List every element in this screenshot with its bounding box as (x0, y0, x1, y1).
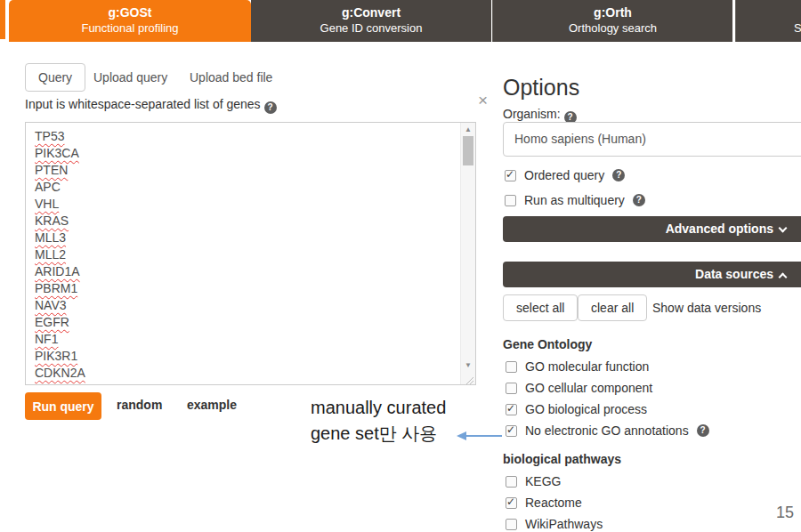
gene-line: ARID1A (35, 263, 80, 280)
checkbox-label: No electronic GO annotations (525, 423, 689, 438)
gene-input-label: Input is whitespace-separated list of ge… (25, 97, 277, 114)
tab-subtitle: Orthology search (493, 20, 732, 36)
close-icon[interactable]: × (478, 92, 488, 109)
checkbox-label: GO biological process (525, 402, 647, 416)
tab-gorth[interactable]: g:Orth Orthology search (492, 0, 732, 42)
help-icon[interactable]: ? (633, 194, 645, 206)
example-link[interactable]: example (187, 398, 237, 412)
gene-line: MLL3 (35, 230, 66, 246)
checkbox-row: ✓WikiPathways (506, 517, 603, 531)
gene-line: NAV3 (35, 297, 67, 314)
gene-line: PIK3CA (35, 145, 79, 162)
check-icon: ✓ (506, 168, 514, 181)
scroll-down-icon[interactable]: ▼ (461, 359, 475, 372)
gene-line: CDKN2A (35, 365, 85, 382)
checkbox-label: Reactome (525, 496, 582, 510)
check-icon: ✓ (506, 402, 515, 415)
gene-line: NF1 (35, 331, 58, 348)
tab-subtitle: Functional profiling (9, 20, 251, 36)
checkbox-row: ✓GO biological process (506, 402, 647, 416)
tab-partial-text: S (736, 20, 801, 36)
run-query-button[interactable]: Run query (25, 392, 101, 420)
organism-select[interactable]: Homo sapiens (Human) (503, 122, 801, 157)
scrollbar-thumb[interactable] (463, 136, 473, 165)
checkbox-row: ✓No electronic GO annotations? (506, 423, 709, 438)
annotation-note: manually curated gene set만 사용 (311, 395, 446, 447)
checkbox-row: ✓Run as multiquery? (505, 193, 645, 207)
gprofiler-page: { "colors":{"accent_orange":"#f5790f","t… (0, 0, 801, 532)
checkbox[interactable]: ✓ (506, 383, 517, 394)
gene-list-textarea[interactable]: TP53PIK3CAPTENAPCVHLKRASMLL3MLL2ARID1APB… (25, 122, 476, 385)
checkbox-row: ✓KEGG (506, 474, 561, 488)
tab-subtitle: Gene ID conversion (251, 20, 491, 36)
checkbox-label: Ordered query (524, 168, 604, 182)
scroll-up-icon[interactable]: ▲ (461, 124, 475, 136)
page-number: 15 (776, 504, 794, 522)
checkbox-label: Run as multiquery (524, 193, 625, 207)
checkbox[interactable]: ✓ (505, 170, 516, 181)
tab-query[interactable]: Query (25, 63, 85, 92)
checkbox[interactable]: ✓ (506, 476, 517, 488)
section-heading-gene-ontology: Gene Ontology (503, 337, 592, 351)
tab-ggost[interactable]: g:GOSt Functional profiling (9, 0, 251, 42)
help-icon[interactable]: ? (612, 169, 625, 181)
checkbox[interactable]: ✓ (506, 497, 517, 509)
tab-title: g:Orth (493, 5, 732, 20)
resize-grip-icon[interactable] (464, 373, 474, 383)
checkbox[interactable]: ✓ (506, 425, 517, 437)
checkbox-label: GO molecular function (525, 359, 649, 374)
gene-line: PIK3R1 (35, 348, 77, 365)
annotation-arrow-icon (456, 430, 504, 442)
chevron-up-icon (779, 273, 788, 282)
checkbox-row: ✓Reactome (506, 496, 582, 510)
random-link[interactable]: random (117, 398, 162, 412)
check-icon: ✓ (506, 423, 515, 436)
gene-list: TP53PIK3CAPTENAPCVHLKRASMLL3MLL2ARID1APB… (26, 123, 460, 384)
gene-line: VHL (35, 196, 59, 213)
checkbox[interactable]: ✓ (505, 195, 516, 206)
options-title: Options (503, 75, 579, 101)
checkbox-label: GO cellular component (525, 381, 652, 395)
checkbox[interactable]: ✓ (506, 361, 517, 373)
gene-line: PBRM1 (35, 280, 77, 297)
help-icon[interactable]: ? (264, 101, 277, 114)
help-icon[interactable]: ? (697, 424, 709, 437)
tab-upload-bed-file[interactable]: Upload bed file (190, 70, 272, 85)
previous-tab-edge[interactable] (0, 0, 5, 39)
tab-query-label: Query (38, 70, 72, 85)
checkbox[interactable]: ✓ (506, 404, 517, 415)
tab-upload-query[interactable]: Upload query (93, 70, 167, 85)
checkbox[interactable]: ✓ (506, 519, 517, 530)
chevron-down-icon (779, 224, 788, 233)
checkbox-label: WikiPathways (525, 517, 603, 531)
clear-all-button[interactable]: clear all (578, 294, 647, 321)
checkbox-row: ✓GO cellular component (506, 381, 652, 395)
gene-line: TP53 (35, 128, 64, 145)
checkbox-row: ✓Ordered query? (505, 168, 625, 182)
checkbox-label: KEGG (525, 474, 561, 488)
gene-line: PTEN (35, 162, 68, 179)
scrollbar[interactable]: ▲ ▼ (460, 123, 475, 384)
select-all-button[interactable]: select all (503, 294, 578, 321)
check-icon: ✓ (506, 496, 515, 508)
gene-line: APC (35, 179, 61, 196)
gene-line: GATA3 (35, 382, 74, 384)
section-heading-biological-pathways: biological pathways (503, 452, 621, 466)
show-data-versions-link[interactable]: Show data versions (652, 301, 761, 315)
tab-gconvert[interactable]: g:Convert Gene ID conversion (251, 0, 491, 42)
tab-title: g:Convert (251, 5, 491, 20)
gene-line: EGFR (35, 314, 69, 331)
advanced-options-bar[interactable]: Advanced options (503, 216, 801, 242)
gene-line: MLL2 (35, 246, 66, 263)
gene-line: KRAS (35, 213, 69, 230)
data-sources-bar[interactable]: Data sources (503, 262, 801, 287)
tab-title: g:GOSt (9, 5, 251, 20)
checkbox-row: ✓GO molecular function (506, 359, 649, 374)
tab-partial[interactable]: S (735, 0, 801, 42)
